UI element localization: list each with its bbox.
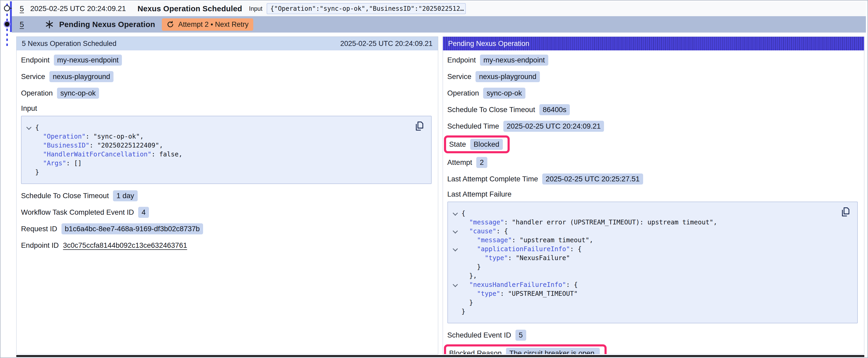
- field-label: Endpoint ID: [21, 241, 59, 250]
- field-label: Operation: [447, 89, 479, 97]
- chevron-down-icon[interactable]: [453, 246, 458, 252]
- field-service: Service nexus-playground: [447, 71, 859, 82]
- field-request-id: Request ID b1c6a4bc-8ee7-468a-9169-df3b0…: [21, 223, 432, 234]
- field-label: Service: [447, 72, 471, 81]
- field-blocked-reason: Blocked Reason The circuit breaker is op…: [447, 344, 859, 354]
- field-label: Operation: [21, 89, 53, 97]
- scheduled-panel-title: 5 Nexus Operation Scheduled: [22, 40, 116, 48]
- event-history-rows: 5 2025-02-25 UTC 20:24:09.21 Nexus Opera…: [12, 1, 866, 33]
- timeline-current-dot-icon: [4, 21, 10, 28]
- chevron-down-icon[interactable]: [453, 228, 458, 234]
- copy-icon[interactable]: [840, 206, 851, 218]
- code-line: "Operation": "sync-op-ok",: [25, 132, 426, 141]
- field-label: Workflow Task Completed Event ID: [21, 208, 134, 217]
- code-line: "HandlerWaitForCancellation": false,: [25, 150, 426, 159]
- field-attempt: Attempt 2: [447, 157, 859, 168]
- chevron-down-icon[interactable]: [26, 125, 32, 130]
- field-service: Service nexus-playground: [21, 71, 432, 82]
- field-endpoint: Endpoint my-nexus-endpoint: [21, 55, 432, 66]
- event-id-link[interactable]: 5: [20, 20, 24, 29]
- chevron-down-icon[interactable]: [453, 210, 458, 216]
- event-id-link[interactable]: 5: [20, 4, 24, 13]
- scheduled-panel-header: 5 Nexus Operation Scheduled 2025-02-25 U…: [17, 37, 438, 51]
- code-line: {: [451, 209, 852, 218]
- field-label: Schedule To Close Timeout: [21, 192, 109, 200]
- field-workflow-task-completed-event-id: Workflow Task Completed Event ID 4: [21, 207, 432, 218]
- attempt-retry-badge-label: Attempt 2 • Next Retry: [178, 21, 249, 29]
- field-operation: Operation sync-op-ok: [21, 88, 432, 99]
- code-line: "message": "handler error (UPSTREAM_TIME…: [451, 218, 852, 227]
- field-value-chip: 2025-02-25 UTC 20:25:27.51: [542, 173, 643, 185]
- state-highlight-box: State Blocked: [444, 135, 510, 153]
- field-label: Last Attempt Complete Time: [447, 175, 538, 183]
- input-label: Input: [249, 5, 262, 12]
- field-value-chip: 1 day: [113, 190, 137, 201]
- timeline-selection-bar: [10, 1, 12, 32]
- field-state: State Blocked: [447, 135, 859, 153]
- retry-icon: [166, 21, 175, 28]
- field-label: Scheduled Time: [447, 122, 499, 130]
- field-label: Endpoint: [447, 56, 476, 64]
- field-schedule-to-close-timeout: Schedule To Close Timeout 86400s: [447, 104, 859, 115]
- code-line: "message": "upstream timeout",: [451, 236, 852, 245]
- field-value-chip: 5: [516, 330, 526, 341]
- code-line: }: [25, 168, 426, 176]
- field-value-chip: my-nexus-endpoint: [54, 55, 122, 66]
- event-title: Nexus Operation Scheduled: [137, 4, 242, 13]
- code-line: },: [451, 271, 852, 280]
- field-value-chip: 4: [138, 207, 149, 218]
- blocked-reason-highlight-box: Blocked Reason The circuit breaker is op…: [444, 344, 607, 354]
- field-label: Blocked Reason: [449, 349, 502, 354]
- field-label: Schedule To Close Timeout: [447, 105, 535, 114]
- field-scheduled-time: Scheduled Time 2025-02-25 UTC 20:24:09.2…: [447, 121, 859, 132]
- code-line: "cause": {: [451, 227, 852, 236]
- pending-panel-header: Pending Nexus Operation: [443, 37, 864, 51]
- attempt-retry-badge: Attempt 2 • Next Retry: [162, 19, 253, 31]
- event-timestamp: 2025-02-25 UTC 20:24:09.21: [30, 4, 126, 13]
- field-label: Attempt: [447, 158, 472, 167]
- copy-icon[interactable]: [414, 121, 425, 133]
- field-value-chip: my-nexus-endpoint: [480, 55, 548, 66]
- field-label: Scheduled Event ID: [447, 331, 511, 339]
- code-line: "nexusHandlerFailureInfo": {: [451, 280, 852, 289]
- code-line: "type": "UPSTREAM_TIMEOUT": [451, 289, 852, 298]
- code-line: }: [451, 298, 852, 307]
- input-section-label: Input: [21, 104, 432, 112]
- field-schedule-to-close-timeout: Schedule To Close Timeout 1 day: [21, 190, 432, 201]
- event-row-nexus-operation-scheduled[interactable]: 5 2025-02-25 UTC 20:24:09.21 Nexus Opera…: [12, 1, 866, 16]
- state-value-chip: Blocked: [470, 139, 503, 150]
- field-value-chip: 86400s: [539, 104, 570, 115]
- event-title: Pending Nexus Operation: [59, 20, 155, 29]
- field-endpoint-id: Endpoint ID 3c0c75ccfa8144b092c13ce63246…: [21, 240, 432, 251]
- code-line: "Args": []: [25, 159, 426, 168]
- field-label: Request ID: [21, 225, 57, 233]
- blocked-reason-value-chip: The circuit breaker is open.: [506, 348, 600, 354]
- workflow-history-screen: 5 2025-02-25 UTC 20:24:09.21 Nexus Opera…: [0, 0, 868, 358]
- scheduled-event-detail-panel: 5 Nexus Operation Scheduled 2025-02-25 U…: [16, 36, 438, 354]
- code-line: "BusinessID": "20250225122409",: [25, 141, 426, 150]
- field-scheduled-event-id: Scheduled Event ID 5: [447, 330, 859, 341]
- code-line: }: [451, 262, 852, 271]
- field-value-chip: sync-op-ok: [483, 88, 525, 99]
- code-line: "applicationFailureInfo": {: [451, 245, 852, 254]
- pending-panel-title: Pending Nexus Operation: [448, 40, 529, 48]
- chevron-down-icon[interactable]: [453, 282, 458, 287]
- field-value-chip: nexus-playground: [50, 71, 114, 82]
- endpoint-id-link[interactable]: 3c0c75ccfa8144b092c13ce632463761: [63, 241, 187, 250]
- input-preview-chip[interactable]: {"Operation":"sync-op-ok","BusinessID":"…: [267, 3, 466, 14]
- field-operation: Operation sync-op-ok: [447, 88, 859, 99]
- failure-json-block: { "message": "handler error (UPSTREAM_TI…: [447, 202, 858, 323]
- field-last-attempt-complete-time: Last Attempt Complete Time 2025-02-25 UT…: [447, 173, 859, 185]
- field-value-chip: b1c6a4bc-8ee7-468a-9169-df3b02c8737b: [61, 223, 203, 234]
- bottom-divider: [16, 355, 864, 357]
- field-label: State: [449, 140, 466, 149]
- input-json-block: { "Operation": "sync-op-ok", "BusinessID…: [21, 116, 432, 184]
- code-line: {: [25, 123, 426, 132]
- scheduled-panel-timestamp: 2025-02-25 UTC 20:24:09.21: [340, 40, 432, 48]
- timeline-dot-icon: [4, 5, 10, 11]
- field-label: Service: [21, 72, 45, 81]
- field-value-chip: nexus-playground: [475, 71, 540, 82]
- field-value-chip: 2: [476, 157, 487, 168]
- event-row-pending-nexus-operation[interactable]: 5 Pending Nexus Operation Attempt 2 • Ne…: [12, 16, 866, 33]
- last-attempt-failure-label: Last Attempt Failure: [447, 190, 859, 198]
